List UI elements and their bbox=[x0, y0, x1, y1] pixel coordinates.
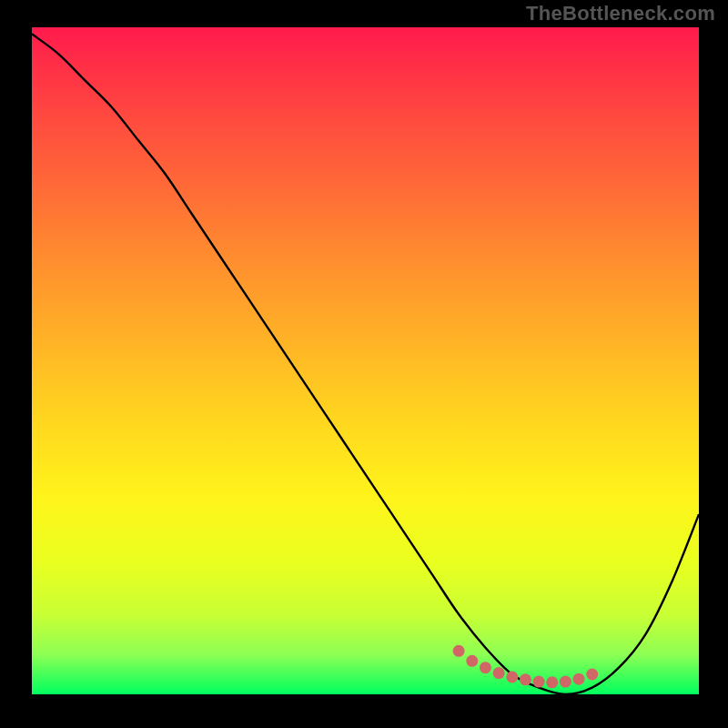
marker-dot bbox=[466, 655, 478, 667]
marker-dots-layer bbox=[32, 27, 699, 694]
marker-dot bbox=[533, 676, 545, 688]
marker-dot bbox=[573, 673, 585, 685]
bottleneck-curve bbox=[32, 27, 699, 694]
marker-dot bbox=[560, 676, 571, 688]
marker-dot bbox=[520, 673, 531, 685]
watermark-text: TheBottleneck.com bbox=[526, 2, 715, 25]
chart-container: TheBottleneck.com bbox=[0, 0, 728, 728]
marker-dot bbox=[493, 667, 505, 679]
marker-dot bbox=[586, 669, 598, 681]
marker-dot bbox=[506, 671, 518, 682]
marker-dot bbox=[453, 645, 465, 657]
marker-dot bbox=[480, 662, 491, 673]
marker-dot bbox=[546, 676, 558, 688]
plot-area bbox=[32, 27, 699, 694]
